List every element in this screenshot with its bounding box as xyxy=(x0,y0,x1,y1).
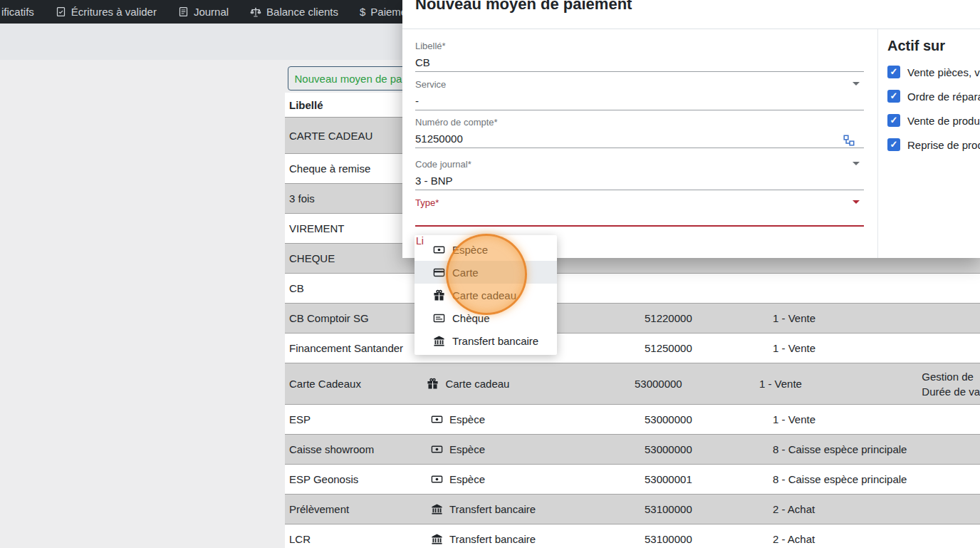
libelle-field[interactable]: Libellé* CB xyxy=(415,41,864,72)
service-value[interactable]: - xyxy=(415,94,864,108)
cell-account: 53100000 xyxy=(645,503,773,515)
checkbox[interactable]: ✓ xyxy=(887,138,900,151)
scale-icon xyxy=(250,6,261,18)
chevron-down-icon[interactable] xyxy=(853,162,860,169)
actif-sur-list: ✓Vente pièces, véhicules✓Ordre de répara… xyxy=(887,66,980,151)
actif-sur-title: Actif sur xyxy=(887,37,980,54)
checkbox[interactable]: ✓ xyxy=(887,90,900,103)
nav-item-label: Balance clients xyxy=(266,6,338,18)
cell-account: 53000000 xyxy=(645,443,773,455)
journal-code-value[interactable]: 3 - BNP xyxy=(415,174,864,187)
cell-journal: 1 - Vente xyxy=(773,342,940,354)
cell-account: 51220000 xyxy=(645,312,773,324)
gift-icon xyxy=(433,289,445,301)
cell-account: 53100000 xyxy=(645,533,773,545)
actif-option-ordre-de-reparation: ✓Ordre de réparation xyxy=(887,90,980,103)
cell-journal: 2 - Achat xyxy=(773,533,940,545)
journal-code-label: Code journal* xyxy=(415,159,864,170)
type-label: Espèce xyxy=(449,413,485,425)
chevron-down-icon[interactable] xyxy=(853,200,860,207)
cell-libelle: ESP xyxy=(285,413,431,425)
new-payment-method-dialog: Nouveau moyen de paiement Libellé* CB Se… xyxy=(402,0,980,258)
type-label: Transfert bancaire xyxy=(449,533,536,545)
cash-icon xyxy=(431,443,443,455)
cell-type: Transfert bancaire xyxy=(431,503,645,515)
libelle-value[interactable]: CB xyxy=(415,56,864,69)
actif-option-vente-pieces-vehicules: ✓Vente pièces, véhicules xyxy=(887,66,980,78)
field-underline xyxy=(415,190,864,190)
table-row[interactable]: CB xyxy=(285,274,980,304)
nav-item-label: Écritures à valider xyxy=(71,6,157,18)
gift-icon xyxy=(427,378,439,390)
type-label: Espèce xyxy=(449,443,485,455)
checkbox[interactable]: ✓ xyxy=(887,66,900,78)
table-row[interactable]: Carte CadeauxCarte cadeau530000001 - Ven… xyxy=(285,363,980,405)
table-row[interactable]: Financement Santander512500001 - Vente xyxy=(285,334,980,363)
cell-libelle: CB Comptoir SG xyxy=(285,312,431,324)
type-label: Type* xyxy=(415,197,864,208)
cash-icon xyxy=(431,473,443,485)
account-number-label: Numéro de compte* xyxy=(415,117,864,128)
cell-type: Espèce xyxy=(431,473,645,485)
nav-item-balance-clients[interactable]: Balance clients xyxy=(250,6,338,18)
account-tree-icon[interactable] xyxy=(843,134,855,147)
dropdown-option-label: Transfert bancaire xyxy=(452,335,538,347)
type-label: Espèce xyxy=(449,473,485,485)
dialog-title: Nouveau moyen de paiement xyxy=(415,0,632,14)
checkbox-label: Reprise de produits xyxy=(907,139,980,151)
cash-icon xyxy=(431,413,443,425)
cell-option-line: Gestion de xyxy=(922,369,980,384)
cheque-icon xyxy=(433,312,445,324)
account-number-value[interactable]: 51250000 xyxy=(415,132,864,145)
cash-icon xyxy=(433,244,445,256)
nav-item-label: ificatifs xyxy=(1,6,34,18)
table-row[interactable]: LCRTransfert bancaire531000002 - Achat xyxy=(285,524,980,548)
nav-item-label: Journal xyxy=(194,6,229,18)
table-row[interactable]: CB Comptoir SG512200001 - Vente xyxy=(285,304,980,334)
cell-libelle: CB xyxy=(285,282,431,294)
checkbox-label: Ordre de réparation xyxy=(907,91,980,103)
dollar-icon: $ xyxy=(360,6,365,18)
click-highlight-circle xyxy=(446,234,527,315)
cell-type: Espèce xyxy=(431,443,645,455)
cell-account: 51250000 xyxy=(645,342,773,354)
cell-option-line: Durée de va xyxy=(922,384,980,399)
nav-item-ificatifs[interactable]: ificatifs xyxy=(1,6,34,18)
service-field[interactable]: Service - xyxy=(415,79,864,110)
actif-option-reprise-de-produits: ✓Reprise de produits xyxy=(887,138,980,151)
checkbox[interactable]: ✓ xyxy=(887,114,900,127)
journal-code-field[interactable]: Code journal* 3 - BNP xyxy=(415,159,864,190)
table-row[interactable]: ESP GeonosisEspèce530000018 - Caisse esp… xyxy=(285,465,980,495)
doc-check-icon xyxy=(56,6,66,17)
libelle-label: Libellé* xyxy=(415,41,864,51)
field-underline xyxy=(415,225,864,227)
checkbox-label: Vente pièces, véhicules xyxy=(907,66,980,78)
cell-libelle: LCR xyxy=(285,533,431,545)
table-row[interactable]: Caisse showroomEspèce530000008 - Caisse … xyxy=(285,435,980,465)
nav-item-ecritures-a-valider[interactable]: Écritures à valider xyxy=(56,6,157,18)
cell-options: Gestion deDurée de va xyxy=(922,369,980,399)
cell-journal: 2 - Achat xyxy=(773,503,940,515)
cell-journal: 1 - Vente xyxy=(773,312,940,324)
cell-type: Carte cadeau xyxy=(427,378,635,390)
table-row[interactable]: ESPEspèce530000001 - Vente xyxy=(285,405,980,435)
type-field[interactable]: Type* xyxy=(415,197,864,227)
nav-item-journal[interactable]: Journal xyxy=(178,6,229,18)
cell-account: 53000000 xyxy=(645,413,773,425)
account-number-field[interactable]: Numéro de compte* 51250000 xyxy=(415,117,864,148)
dropdown-option-transfert-bancaire[interactable]: Transfert bancaire xyxy=(415,329,557,352)
title-divider xyxy=(402,29,980,29)
chevron-down-icon[interactable] xyxy=(853,82,860,89)
type-required-error: Li xyxy=(416,235,424,247)
field-underline xyxy=(415,71,864,72)
bank-icon xyxy=(431,533,443,545)
panel-divider xyxy=(877,29,878,258)
table-row[interactable]: PrélèvementTransfert bancaire531000002 -… xyxy=(285,495,980,524)
cell-journal: 8 - Caisse espèce principale xyxy=(773,443,940,455)
service-label: Service xyxy=(415,79,864,90)
cell-type: Transfert bancaire xyxy=(431,533,645,545)
field-underline xyxy=(415,148,864,148)
cell-journal: 8 - Caisse espèce principale xyxy=(773,473,940,485)
cell-libelle: ESP Geonosis xyxy=(285,473,431,485)
checkbox-label: Vente de produits xyxy=(907,115,980,127)
